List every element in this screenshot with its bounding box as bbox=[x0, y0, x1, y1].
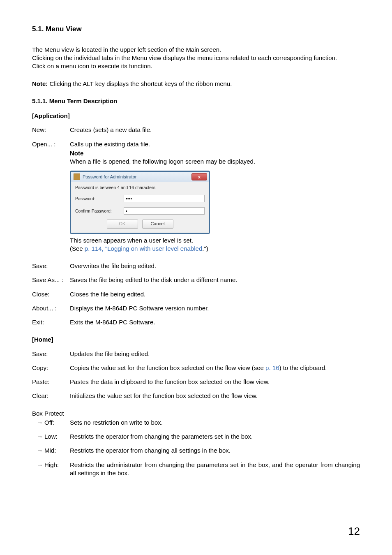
term-desc: Initializes the value set for the functi… bbox=[70, 392, 360, 400]
see-prefix: (See bbox=[70, 245, 85, 252]
term-label: Exit: bbox=[32, 318, 70, 326]
confirm-password-input[interactable] bbox=[124, 207, 205, 215]
note-text: Clicking the ALT key displays the shortc… bbox=[48, 80, 232, 87]
application-group-heading: [Application] bbox=[32, 112, 360, 120]
confirm-password-label: Confirm Password: bbox=[75, 208, 124, 214]
bp-high-label: High: bbox=[44, 461, 70, 469]
term-copy: Copy: Copies the value set for the funct… bbox=[32, 364, 360, 372]
term-desc: Saves the file being edited to the disk … bbox=[70, 276, 360, 284]
note-label: Note: bbox=[32, 80, 48, 87]
open-desc-text: Calls up the existing data file. bbox=[70, 141, 150, 148]
term-desc: Displays the M-864D PC Software version … bbox=[70, 304, 360, 312]
password-dialog: Password for Administrator x Password is… bbox=[70, 171, 210, 234]
open-note-text: When a file is opened, the following log… bbox=[70, 157, 360, 166]
intro-line-3: Click on a menu icon to execute its func… bbox=[32, 62, 152, 69]
after-dialog-line2: (See p. 114, "Logging on with user level… bbox=[70, 245, 360, 253]
arrow-right-icon: → bbox=[32, 419, 44, 427]
arrow-right-icon: → bbox=[32, 461, 44, 469]
copy-post: ) to the clipboard. bbox=[279, 364, 327, 371]
after-dialog-line1: This screen appears when a user level is… bbox=[70, 236, 360, 245]
document-page: 5.1. Menu View The Menu view is located … bbox=[0, 0, 392, 555]
subsection-heading: 5.1.1. Menu Term Description bbox=[32, 97, 360, 105]
dialog-body: Password is between 4 and 16 characters.… bbox=[71, 182, 209, 232]
term-desc: Exits the M-864D PC Software. bbox=[70, 318, 360, 326]
intro-line-1: The Menu view is located in the upper le… bbox=[32, 46, 221, 53]
note-paragraph: Note: Clicking the ALT key displays the … bbox=[32, 80, 360, 88]
page-number: 12 bbox=[348, 524, 360, 539]
term-desc: Restricts the administrator from changin… bbox=[70, 461, 360, 478]
confirm-password-field-row: Confirm Password: bbox=[75, 207, 205, 215]
close-glyph: x bbox=[198, 175, 201, 179]
user-level-link[interactable]: p. 114, "Logging on with user level enab… bbox=[85, 245, 202, 252]
term-label: → Off: bbox=[32, 419, 70, 427]
term-about: About... : Displays the M-864D PC Softwa… bbox=[32, 304, 360, 312]
term-close: Close: Closes the file being edited. bbox=[32, 290, 360, 298]
box-protect-high: → High: Restricts the administrator from… bbox=[32, 461, 360, 478]
term-desc: Restricts the operator from changing the… bbox=[70, 432, 360, 441]
dialog-titlebar: Password for Administrator x bbox=[71, 172, 209, 182]
term-label: Paste: bbox=[32, 378, 70, 386]
term-label: Save: bbox=[32, 262, 70, 270]
term-saveas: Save As... : Saves the file being edited… bbox=[32, 276, 360, 284]
term-desc: Calls up the existing data file. Note Wh… bbox=[70, 140, 360, 262]
term-label: Save: bbox=[32, 350, 70, 358]
intro-paragraph: The Menu view is located in the upper le… bbox=[32, 46, 360, 71]
term-save: Save: Overwrites the file being edited. bbox=[32, 262, 360, 270]
term-label: → High: bbox=[32, 461, 70, 478]
dialog-app-icon bbox=[74, 173, 80, 180]
cancel-button[interactable]: Cancel bbox=[142, 220, 173, 229]
see-suffix: .") bbox=[202, 245, 208, 252]
cancel-rest: ancel bbox=[154, 221, 164, 226]
box-protect-off: → Off: Sets no restriction on write to b… bbox=[32, 419, 360, 427]
open-note-label: Note bbox=[70, 150, 83, 157]
dialog-button-row: OK Cancel bbox=[75, 220, 205, 229]
ok-button[interactable]: OK bbox=[107, 220, 138, 229]
home-group-heading: [Home] bbox=[32, 335, 360, 344]
term-label: Close: bbox=[32, 290, 70, 298]
term-desc: Pastes the data in clipboard to the func… bbox=[70, 378, 360, 386]
box-protect-low: → Low: Restricts the operator from chang… bbox=[32, 432, 360, 441]
term-desc: Creates (sets) a new data file. bbox=[70, 126, 360, 134]
term-label: Save As... : bbox=[32, 276, 70, 284]
term-open: Open... : Calls up the existing data fil… bbox=[32, 140, 360, 262]
term-desc: Restricts the operator from changing all… bbox=[70, 446, 360, 455]
box-protect-mid: → Mid: Restricts the operator from chang… bbox=[32, 446, 360, 455]
term-desc: Sets no restriction on write to box. bbox=[70, 419, 360, 427]
term-home-save: Save: Updates the file being edited. bbox=[32, 350, 360, 358]
bp-off-label: Off: bbox=[44, 419, 70, 427]
arrow-right-icon: → bbox=[32, 432, 44, 441]
box-protect-title: Box Protect bbox=[32, 409, 360, 418]
copy-pre: Copies the value set for the function bo… bbox=[70, 364, 265, 371]
term-paste: Paste: Pastes the data in clipboard to t… bbox=[32, 378, 360, 386]
term-desc: Updates the file being edited. bbox=[70, 350, 360, 358]
term-label: → Low: bbox=[32, 432, 70, 441]
password-dialog-image: Password for Administrator x Password is… bbox=[70, 171, 360, 234]
ok-underline: O bbox=[119, 221, 123, 226]
intro-line-2: Clicking on the individual tabs in the M… bbox=[32, 54, 337, 61]
close-icon[interactable]: x bbox=[191, 173, 207, 180]
term-label: Open... : bbox=[32, 140, 70, 148]
term-desc: Overwrites the file being edited. bbox=[70, 262, 360, 270]
term-clear: Clear: Initializes the value set for the… bbox=[32, 392, 360, 400]
term-label: Clear: bbox=[32, 392, 70, 400]
term-new: New: Creates (sets) a new data file. bbox=[32, 126, 360, 134]
arrow-right-icon: → bbox=[32, 446, 44, 455]
password-label: Password: bbox=[75, 196, 124, 201]
bp-mid-label: Mid: bbox=[44, 446, 70, 455]
term-label: → Mid: bbox=[32, 446, 70, 455]
dialog-hint: Password is between 4 and 16 characters. bbox=[75, 185, 205, 190]
password-field-row: Password: bbox=[75, 195, 205, 202]
term-label: About... : bbox=[32, 304, 70, 312]
term-desc: Copies the value set for the function bo… bbox=[70, 364, 360, 372]
section-heading: 5.1. Menu View bbox=[32, 25, 360, 34]
bp-low-label: Low: bbox=[44, 432, 70, 441]
password-input[interactable] bbox=[124, 195, 205, 202]
ok-rest: K bbox=[122, 221, 125, 226]
dialog-title-text: Password for Administrator bbox=[83, 174, 191, 180]
term-label: Copy: bbox=[32, 364, 70, 372]
term-exit: Exit: Exits the M-864D PC Software. bbox=[32, 318, 360, 326]
term-label: New: bbox=[32, 126, 70, 134]
copy-link[interactable]: p. 16 bbox=[265, 364, 279, 371]
term-desc: Closes the file being edited. bbox=[70, 290, 360, 298]
